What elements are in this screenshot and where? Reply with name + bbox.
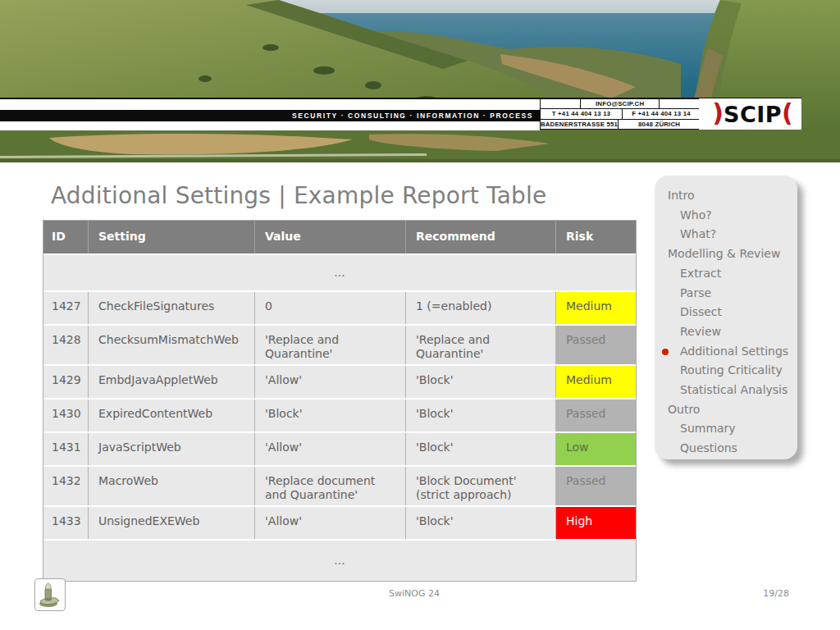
risk-cell: Passed — [555, 326, 636, 364]
col-header-id: ID — [43, 221, 88, 253]
sidebar-item-statistical-analysis[interactable]: Statistical Analysis — [655, 381, 797, 400]
sidebar-item-label: Extract — [680, 267, 721, 280]
sidebar-item-additional-settings[interactable]: Additional Settings — [655, 342, 797, 362]
risk-cell: Passed — [555, 467, 636, 505]
cell-id: 1430 — [43, 399, 88, 431]
sidebar-item-routing-criticality[interactable]: Routing Criticality — [655, 361, 797, 381]
sidebar-item-label: What? — [680, 227, 716, 240]
cell-value: 0 — [254, 292, 405, 324]
table-ellipsis-row: ... — [43, 253, 636, 290]
table-row: 1431JavaScriptWeb'Allow''Block'Low — [43, 431, 636, 465]
ellipsis-label: ... — [43, 255, 636, 290]
report-table: IDSettingValueRecommendRisk...1427CheckF… — [43, 220, 637, 582]
cell-id: 1427 — [43, 292, 88, 324]
cell-recommend: 'Block Document' (strict approach) — [405, 467, 555, 505]
contact-email: INFO@SCIP.CH — [580, 99, 659, 108]
sidebar-item-label: Questions — [680, 441, 737, 454]
footer-page-number: 19/28 — [763, 588, 789, 599]
contact-cell-empty-left — [541, 99, 580, 108]
sidebar-item-intro[interactable]: Intro — [655, 186, 797, 206]
col-header-setting: Setting — [88, 221, 254, 253]
contact-table: INFO@SCIP.CH T +41 44 404 13 13 F +41 44… — [540, 98, 701, 130]
header-banner: SECURITY · CONSULTING · INFORMATION · PR… — [0, 0, 840, 162]
cell-recommend: 'Block' — [405, 507, 555, 539]
risk-cell: Medium — [555, 366, 636, 398]
cell-setting: MacroWeb — [88, 467, 254, 505]
contact-street: BADENERSTRASSE 551 — [541, 120, 618, 129]
agenda-sidebar: IntroWho?What?Modelling & ReviewExtractP… — [655, 176, 797, 459]
cell-recommend: 'Block' — [405, 366, 555, 398]
table-row: 1432MacroWeb'Replace document and Quaran… — [43, 465, 636, 505]
table-header-row: IDSettingValueRecommendRisk — [43, 221, 636, 253]
cell-id: 1432 — [43, 467, 88, 505]
sidebar-item-label: Statistical Analysis — [680, 383, 788, 396]
bullet-ammo-icon — [34, 578, 66, 611]
col-header-value: Value — [254, 221, 405, 253]
scip-logo: )SCIP( — [704, 98, 801, 130]
active-bullet-icon — [662, 349, 669, 355]
contact-row-phone: T +41 44 404 13 13 F +41 44 404 13 14 — [541, 108, 700, 118]
logo-paren-left: ) — [712, 101, 724, 126]
header-white-strip-bottom — [0, 121, 540, 130]
contact-cell-empty-right — [659, 99, 700, 108]
logo-paren-right: ( — [782, 101, 793, 126]
page-title: Additional Settings | Example Report Tab… — [51, 182, 546, 209]
sidebar-item-questions[interactable]: Questions — [655, 439, 797, 459]
sidebar-item-outro[interactable]: Outro — [655, 400, 797, 420]
table-row: 1433UnsignedEXEWeb'Allow''Block'High — [43, 505, 636, 539]
sidebar-item-dissect[interactable]: Dissect — [655, 303, 797, 322]
cell-value: 'Allow' — [254, 366, 405, 398]
cell-value: 'Allow' — [254, 507, 405, 539]
header-white-strip-top — [0, 99, 540, 110]
cell-setting: EmbdJavaAppletWeb — [88, 366, 254, 398]
cell-id: 1431 — [43, 433, 88, 465]
sidebar-item-label: Modelling & Review — [668, 247, 780, 260]
col-header-recommend: Recommend — [405, 221, 555, 253]
cell-recommend: 'Replace and Quarantine' — [405, 326, 555, 364]
contact-phone: T +41 44 404 13 13 — [541, 109, 622, 118]
cell-recommend: 1 (=enabled) — [405, 292, 555, 324]
contact-row-address: BADENERSTRASSE 551 8048 ZÜRICH — [541, 119, 700, 129]
sidebar-item-label: Who? — [680, 208, 712, 221]
table-row: 1430ExpiredContentWeb'Block''Block'Passe… — [43, 398, 636, 431]
cell-id: 1433 — [43, 507, 88, 539]
sidebar-item-label: Intro — [668, 189, 695, 202]
table-ellipsis-row: ... — [43, 539, 636, 581]
logo-name: SCIP — [724, 103, 782, 126]
tagline-bar: SECURITY · CONSULTING · INFORMATION · PR… — [0, 110, 540, 121]
sidebar-item-label: Review — [680, 325, 721, 338]
cell-id: 1428 — [43, 326, 88, 364]
cell-setting: ExpiredContentWeb — [88, 399, 254, 431]
tagline-text: SECURITY · CONSULTING · INFORMATION · PR… — [292, 112, 533, 120]
risk-cell: Passed — [555, 399, 636, 431]
risk-cell: Low — [555, 433, 636, 465]
footer-event-label: SwiNOG 24 — [389, 588, 440, 599]
cell-value: 'Replace and Quarantine' — [254, 326, 405, 364]
sidebar-item-modelling-review[interactable]: Modelling & Review — [655, 244, 797, 264]
cell-recommend: 'Block' — [405, 399, 555, 431]
slide: SECURITY · CONSULTING · INFORMATION · PR… — [0, 0, 840, 630]
sidebar-item-label: Dissect — [680, 305, 722, 318]
cell-value: 'Replace document and Quarantine' — [254, 467, 405, 505]
sidebar-item-parse[interactable]: Parse — [655, 284, 797, 304]
sidebar-item-label: Parse — [680, 286, 711, 299]
table-row: 1428ChecksumMismatchWeb'Replace and Quar… — [43, 324, 636, 364]
sidebar-item-who[interactable]: Who? — [655, 206, 797, 226]
sidebar-item-label: Summary — [680, 422, 736, 435]
cell-recommend: 'Block' — [405, 433, 555, 465]
contact-fax: F +41 44 404 13 14 — [622, 109, 700, 118]
cell-setting: CheckFileSignatures — [88, 292, 254, 324]
coastal-photo — [0, 0, 840, 162]
sidebar-item-extract[interactable]: Extract — [655, 264, 797, 284]
sidebar-item-label: Outro — [668, 403, 700, 416]
sidebar-item-summary[interactable]: Summary — [655, 419, 797, 439]
sidebar-item-what[interactable]: What? — [655, 225, 797, 244]
risk-cell: High — [555, 507, 636, 539]
cell-value: 'Allow' — [254, 433, 405, 465]
cell-setting: JavaScriptWeb — [88, 433, 254, 465]
table-row: 1427CheckFileSignatures01 (=enabled)Medi… — [43, 290, 636, 324]
sidebar-item-review[interactable]: Review — [655, 322, 797, 342]
table-row: 1429EmbdJavaAppletWeb'Allow''Block'Mediu… — [43, 364, 636, 398]
cell-id: 1429 — [43, 366, 88, 398]
sidebar-item-label: Routing Criticality — [680, 363, 783, 377]
